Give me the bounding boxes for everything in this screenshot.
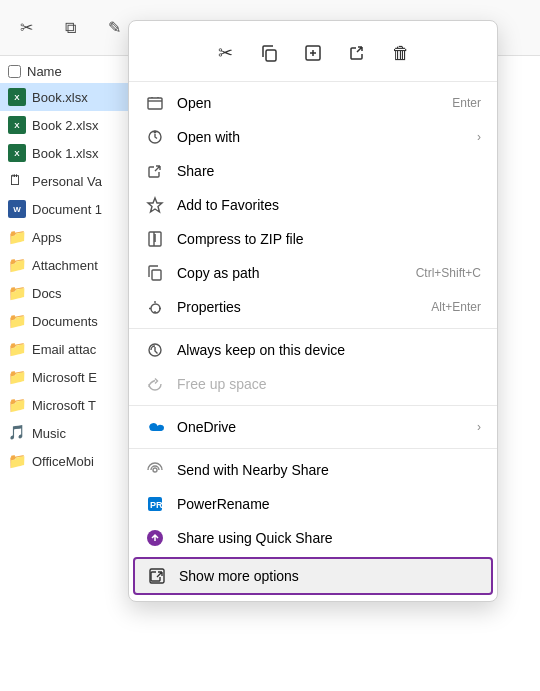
file-name: Document 1: [32, 202, 102, 217]
personal-icon: 🗒: [8, 172, 26, 190]
file-name: Attachment: [32, 258, 98, 273]
xlsx-icon: X: [8, 116, 26, 134]
properties-menu-item[interactable]: Properties Alt+Enter: [129, 290, 497, 324]
name-column-header: Name: [27, 64, 62, 79]
folder-icon: [8, 340, 26, 358]
list-item[interactable]: 🎵 Music: [0, 419, 130, 447]
file-name: Microsoft T: [32, 398, 96, 413]
share-context-icon[interactable]: [337, 33, 377, 73]
divider-3: [129, 448, 497, 449]
always-keep-menu-item[interactable]: Always keep on this device: [129, 333, 497, 367]
music-icon: 🎵: [8, 424, 26, 442]
svg-rect-2: [148, 98, 162, 109]
file-name: Book 2.xlsx: [32, 118, 98, 133]
free-up-icon: [145, 374, 165, 394]
select-all-checkbox[interactable]: [8, 65, 21, 78]
power-rename-label: PowerRename: [177, 496, 481, 512]
file-name: Personal Va: [32, 174, 102, 189]
list-item[interactable]: Apps: [0, 223, 130, 251]
list-item[interactable]: X Book 2.xlsx: [0, 111, 130, 139]
onedrive-label: OneDrive: [177, 419, 457, 435]
file-name: Apps: [32, 230, 62, 245]
always-keep-icon: [145, 340, 165, 360]
file-list-header: Name: [0, 60, 130, 83]
properties-label: Properties: [177, 299, 419, 315]
folder-icon: [8, 312, 26, 330]
list-item[interactable]: Microsoft E: [0, 363, 130, 391]
folder-icon: [8, 228, 26, 246]
quick-share-icon: [145, 528, 165, 548]
svg-text:PR: PR: [150, 500, 163, 510]
copy-path-icon: [145, 263, 165, 283]
open-icon: [145, 93, 165, 113]
quick-share-menu-item[interactable]: Share using Quick Share: [129, 521, 497, 555]
divider-1: [129, 328, 497, 329]
open-with-icon: [145, 127, 165, 147]
quick-share-label: Share using Quick Share: [177, 530, 481, 546]
free-up-menu-item: Free up space: [129, 367, 497, 401]
word-icon: W: [8, 200, 26, 218]
nearby-share-label: Send with Nearby Share: [177, 462, 481, 478]
nearby-share-icon: [145, 460, 165, 480]
svg-marker-5: [148, 198, 162, 212]
copy-icon[interactable]: ⧉: [56, 14, 84, 42]
open-shortcut: Enter: [452, 96, 481, 110]
zip-icon: [145, 229, 165, 249]
file-name: Book 1.xlsx: [32, 146, 98, 161]
open-with-arrow: ›: [477, 130, 481, 144]
cut-context-icon[interactable]: ✂: [205, 33, 245, 73]
xlsx-icon: X: [8, 88, 26, 106]
show-more-options-menu-item[interactable]: Show more options: [133, 557, 493, 595]
svg-rect-7: [152, 270, 161, 280]
onedrive-arrow: ›: [477, 420, 481, 434]
svg-rect-0: [266, 50, 276, 61]
file-name: OfficeMobi: [32, 454, 94, 469]
compress-zip-menu-item[interactable]: Compress to ZIP file: [129, 222, 497, 256]
file-list: Name X Book.xlsx X Book 2.xlsx X Book 1.…: [0, 56, 130, 691]
free-up-label: Free up space: [177, 376, 481, 392]
onedrive-menu-item[interactable]: OneDrive ›: [129, 410, 497, 444]
properties-icon: [145, 297, 165, 317]
list-item[interactable]: Documents: [0, 307, 130, 335]
open-menu-item[interactable]: Open Enter: [129, 86, 497, 120]
share-menu-item[interactable]: Share: [129, 154, 497, 188]
share-label: Share: [177, 163, 481, 179]
add-favorites-label: Add to Favorites: [177, 197, 481, 213]
list-item[interactable]: X Book 1.xlsx: [0, 139, 130, 167]
cut-icon[interactable]: ✂: [12, 14, 40, 42]
list-item[interactable]: Docs: [0, 279, 130, 307]
divider-2: [129, 405, 497, 406]
list-item[interactable]: Email attac: [0, 335, 130, 363]
list-item[interactable]: 🗒 Personal Va: [0, 167, 130, 195]
list-item[interactable]: X Book.xlsx: [0, 83, 130, 111]
delete-context-icon[interactable]: 🗑: [381, 33, 421, 73]
file-name: Microsoft E: [32, 370, 97, 385]
power-rename-menu-item[interactable]: PR PowerRename: [129, 487, 497, 521]
list-item[interactable]: W Document 1: [0, 195, 130, 223]
open-with-menu-item[interactable]: Open with ›: [129, 120, 497, 154]
share-icon: [145, 161, 165, 181]
add-favorites-menu-item[interactable]: Add to Favorites: [129, 188, 497, 222]
xlsx-icon: X: [8, 144, 26, 162]
rename-icon[interactable]: ✎: [100, 14, 128, 42]
favorites-icon: [145, 195, 165, 215]
folder-icon: [8, 368, 26, 386]
copy-path-menu-item[interactable]: Copy as path Ctrl+Shift+C: [129, 256, 497, 290]
rename-context-icon[interactable]: [293, 33, 333, 73]
copy-path-label: Copy as path: [177, 265, 404, 281]
copy-context-icon[interactable]: [249, 33, 289, 73]
svg-point-4: [154, 131, 156, 133]
file-name: Documents: [32, 314, 98, 329]
copy-path-shortcut: Ctrl+Shift+C: [416, 266, 481, 280]
folder-icon: [8, 256, 26, 274]
context-menu: ✂ 🗑: [128, 20, 498, 602]
show-more-icon: [147, 566, 167, 586]
folder-icon: [8, 284, 26, 302]
show-more-options-label: Show more options: [179, 568, 479, 584]
list-item[interactable]: Microsoft T: [0, 391, 130, 419]
list-item[interactable]: OfficeMobi: [0, 447, 130, 475]
compress-zip-label: Compress to ZIP file: [177, 231, 481, 247]
list-item[interactable]: Attachment: [0, 251, 130, 279]
nearby-share-menu-item[interactable]: Send with Nearby Share: [129, 453, 497, 487]
onedrive-icon: [145, 417, 165, 437]
